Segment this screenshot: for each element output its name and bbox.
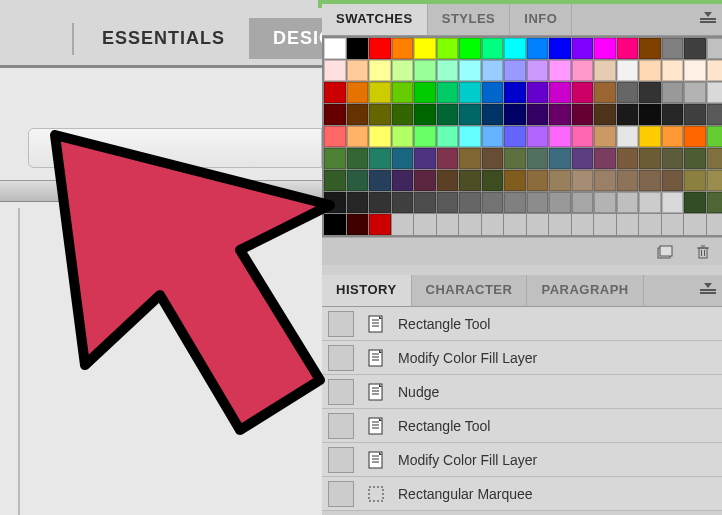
color-swatch[interactable] (437, 104, 459, 125)
panel-menu-icon[interactable] (700, 283, 716, 295)
color-swatch[interactable] (369, 126, 391, 147)
tab-paragraph[interactable]: PARAGRAPH (527, 275, 643, 306)
color-swatch[interactable] (527, 38, 549, 59)
color-swatch[interactable] (482, 170, 504, 191)
color-swatch[interactable] (414, 148, 436, 169)
color-swatch[interactable] (324, 126, 346, 147)
color-swatch[interactable] (324, 38, 346, 59)
color-swatch[interactable] (684, 38, 706, 59)
color-swatch[interactable] (639, 126, 661, 147)
color-swatch[interactable] (482, 126, 504, 147)
color-swatch[interactable] (684, 82, 706, 103)
tab-swatches[interactable]: SWATCHES (322, 4, 428, 35)
color-swatch[interactable] (617, 60, 639, 81)
new-swatch-icon[interactable] (656, 243, 674, 261)
color-swatch[interactable] (369, 170, 391, 191)
color-swatch[interactable] (437, 82, 459, 103)
color-swatch[interactable] (684, 126, 706, 147)
color-swatch[interactable] (639, 82, 661, 103)
color-swatch[interactable] (504, 192, 526, 213)
color-swatch[interactable] (662, 82, 684, 103)
color-swatch[interactable] (662, 104, 684, 125)
color-swatch[interactable] (549, 38, 571, 59)
options-bar[interactable] (28, 128, 322, 168)
color-swatch[interactable] (549, 170, 571, 191)
color-swatch[interactable] (594, 60, 616, 81)
color-swatch[interactable] (482, 104, 504, 125)
color-swatch[interactable] (527, 126, 549, 147)
color-swatch[interactable] (437, 126, 459, 147)
color-swatch[interactable] (392, 38, 414, 59)
color-swatch[interactable] (369, 214, 391, 235)
color-swatch[interactable] (369, 104, 391, 125)
color-swatch[interactable] (347, 38, 369, 59)
color-swatch[interactable] (572, 104, 594, 125)
color-swatch[interactable] (684, 192, 706, 213)
ruler-bar[interactable] (0, 180, 322, 202)
color-swatch[interactable] (504, 170, 526, 191)
color-swatch[interactable] (414, 170, 436, 191)
color-swatch[interactable] (684, 60, 706, 81)
color-swatch[interactable] (392, 126, 414, 147)
color-swatch[interactable] (392, 170, 414, 191)
color-swatch[interactable] (482, 82, 504, 103)
color-swatch[interactable] (459, 192, 481, 213)
color-swatch[interactable] (392, 148, 414, 169)
color-swatch[interactable] (527, 60, 549, 81)
color-swatch[interactable] (459, 38, 481, 59)
color-swatch[interactable] (594, 82, 616, 103)
color-swatch[interactable] (594, 192, 616, 213)
color-swatch[interactable] (572, 60, 594, 81)
color-swatch[interactable] (324, 82, 346, 103)
color-swatch[interactable] (572, 38, 594, 59)
color-swatch[interactable] (594, 170, 616, 191)
history-item[interactable]: Nudge (322, 375, 722, 409)
delete-swatch-icon[interactable] (694, 243, 712, 261)
color-swatch[interactable] (482, 60, 504, 81)
color-swatch[interactable] (639, 148, 661, 169)
color-swatch[interactable] (414, 104, 436, 125)
color-swatch[interactable] (707, 126, 723, 147)
color-swatch[interactable] (369, 192, 391, 213)
color-swatch[interactable] (594, 148, 616, 169)
color-swatch[interactable] (459, 104, 481, 125)
color-swatch[interactable] (414, 82, 436, 103)
color-swatch[interactable] (572, 82, 594, 103)
color-swatch[interactable] (324, 170, 346, 191)
color-swatch[interactable] (414, 60, 436, 81)
color-swatch[interactable] (437, 148, 459, 169)
color-swatch[interactable] (707, 148, 723, 169)
color-swatch[interactable] (504, 126, 526, 147)
color-swatch[interactable] (459, 170, 481, 191)
color-swatch[interactable] (617, 104, 639, 125)
color-swatch[interactable] (639, 104, 661, 125)
color-swatch[interactable] (527, 148, 549, 169)
color-swatch[interactable] (482, 148, 504, 169)
history-item[interactable]: Modify Color Fill Layer (322, 443, 722, 477)
color-swatch[interactable] (392, 104, 414, 125)
history-item[interactable]: Rectangle Tool (322, 409, 722, 443)
color-swatch[interactable] (459, 148, 481, 169)
color-swatch[interactable] (594, 126, 616, 147)
color-swatch[interactable] (662, 60, 684, 81)
color-swatch[interactable] (437, 38, 459, 59)
color-swatch[interactable] (369, 38, 391, 59)
color-swatch[interactable] (527, 192, 549, 213)
color-swatch[interactable] (392, 192, 414, 213)
color-swatch[interactable] (684, 170, 706, 191)
color-swatch[interactable] (437, 170, 459, 191)
color-swatch[interactable] (707, 38, 723, 59)
color-swatch[interactable] (504, 60, 526, 81)
color-swatch[interactable] (617, 170, 639, 191)
color-swatch[interactable] (639, 38, 661, 59)
color-swatch[interactable] (482, 38, 504, 59)
color-swatch[interactable] (662, 170, 684, 191)
color-swatch[interactable] (572, 126, 594, 147)
color-swatch[interactable] (639, 170, 661, 191)
color-swatch[interactable] (572, 192, 594, 213)
color-swatch[interactable] (617, 126, 639, 147)
panel-menu-icon[interactable] (700, 12, 716, 24)
color-swatch[interactable] (369, 82, 391, 103)
color-swatch[interactable] (707, 170, 723, 191)
color-swatch[interactable] (437, 192, 459, 213)
